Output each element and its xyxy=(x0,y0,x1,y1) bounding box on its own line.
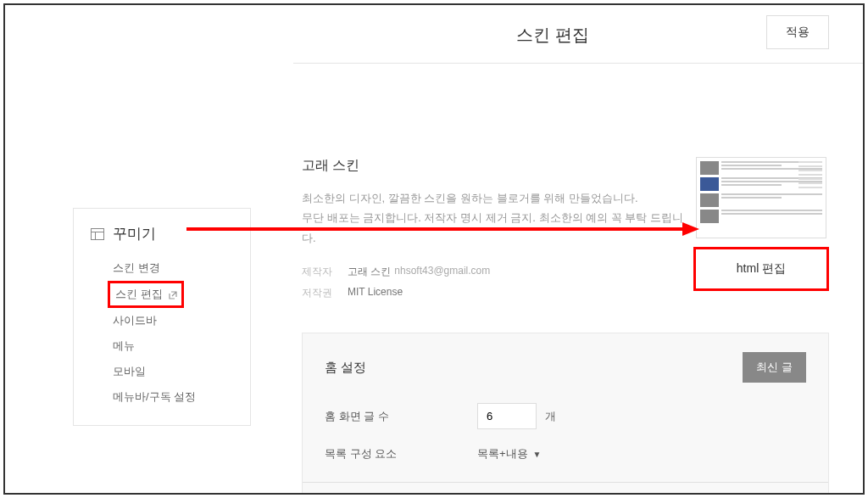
post-count-input[interactable] xyxy=(477,403,537,429)
latest-posts-button[interactable]: 최신 글 xyxy=(743,352,806,383)
html-edit-button[interactable]: html 편집 xyxy=(693,247,829,291)
home-settings-section: 홈 설정 최신 글 홈 화면 글 수 개 목록 구성 요소 목록+내용 ▼ 기본 xyxy=(302,333,829,495)
sidebar-section-title: 꾸미기 xyxy=(113,224,156,243)
list-component-dropdown[interactable]: 목록+내용 ▼ xyxy=(477,446,542,462)
author-email: nhsoft43@gmail.com xyxy=(394,265,490,279)
home-settings-title: 홈 설정 xyxy=(325,360,366,376)
sidebar-item-sidebar[interactable]: 사이드바 xyxy=(113,308,233,333)
list-component-label: 목록 구성 요소 xyxy=(325,446,477,462)
sidebar-item-skin-change[interactable]: 스킨 변경 xyxy=(113,255,233,281)
apply-button[interactable]: 적용 xyxy=(766,15,829,49)
sidebar: 꾸미기 스킨 변경 스킨 편집 사이드바 메뉴 모바일 메뉴바/구독 설정 xyxy=(5,64,259,495)
sidebar-item-menu[interactable]: 메뉴 xyxy=(113,333,233,359)
author-value: 고래 스킨 xyxy=(348,265,391,279)
layout-icon xyxy=(91,228,104,240)
license-value: MIT License xyxy=(348,286,403,300)
page-title: 스킨 편집 xyxy=(516,24,589,47)
author-label: 제작자 xyxy=(302,265,348,279)
skin-description: 최소한의 디자인, 깔끔한 스킨을 원하는 블로거를 위해 만들었습니다. 무단… xyxy=(302,188,693,248)
sidebar-item-menubar-subscribe[interactable]: 메뉴바/구독 설정 xyxy=(113,384,233,410)
license-label: 저작권 xyxy=(302,286,348,300)
skin-name: 고래 스킨 xyxy=(302,157,693,175)
divider xyxy=(303,482,828,483)
skin-thumbnail xyxy=(696,157,826,238)
chevron-down-icon: ▼ xyxy=(533,450,542,459)
post-count-label: 홈 화면 글 수 xyxy=(325,409,477,424)
main-content: 고래 스킨 최소한의 디자인, 깔끔한 스킨을 원하는 블로거를 위해 만들었습… xyxy=(259,64,863,495)
external-link-icon xyxy=(168,290,176,299)
post-count-unit: 개 xyxy=(545,409,556,424)
sidebar-item-mobile[interactable]: 모바일 xyxy=(113,359,233,384)
sidebar-item-label: 스킨 편집 xyxy=(115,287,163,302)
sidebar-item-skin-edit[interactable]: 스킨 편집 xyxy=(108,281,184,308)
